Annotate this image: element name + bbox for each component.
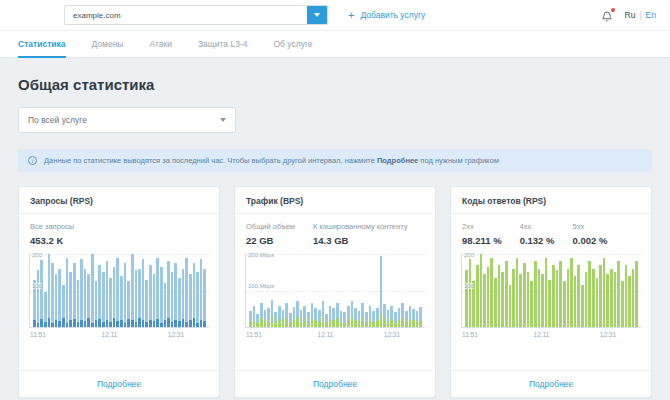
chart-plot-area: 200 100	[461, 254, 641, 328]
tab-attacks[interactable]: Атаки	[149, 31, 171, 58]
response-codes-chart: 200 100 11:51 12:11 12:31	[451, 248, 651, 340]
service-select[interactable]: example.com	[64, 5, 328, 25]
add-service-button[interactable]: + Добавить услугу	[348, 10, 425, 21]
stat-value: 453.2 K	[30, 235, 74, 246]
tab-protection-l3-4[interactable]: Защита L3-4	[198, 31, 248, 58]
details-link[interactable]: Подробнее	[235, 370, 435, 397]
language-switcher: Ru | En	[625, 10, 657, 20]
notification-dot	[611, 8, 615, 12]
scope-select[interactable]: По всей услуге	[18, 107, 236, 133]
card-traffic-bps: Трафик (BPS) Общий объем 22 GB К кэширов…	[234, 186, 436, 398]
stat-label: 5xx	[573, 222, 608, 231]
topbar-right: Ru | En	[601, 9, 657, 22]
x-tick: 11:51	[30, 331, 46, 338]
y-tick: 100	[32, 283, 42, 289]
x-tick: 12:11	[102, 331, 118, 338]
x-tick: 12:31	[168, 331, 184, 338]
x-tick: 12:31	[600, 331, 616, 338]
scope-select-value: По всей услуге	[28, 115, 87, 125]
y-tick: 100 Mbps	[248, 283, 274, 289]
x-tick: 12:11	[318, 331, 334, 338]
details-link[interactable]: Подробнее	[451, 370, 651, 397]
stat-cached-content: К кэшированному контенту 14.3 GB	[313, 222, 407, 246]
chart-plot-area: 200 100	[29, 254, 209, 328]
bar-series	[463, 254, 641, 327]
plus-icon: +	[348, 10, 354, 21]
page-title: Общая статистика	[18, 76, 652, 93]
y-tick: 200	[32, 252, 42, 258]
card-title: Коды ответов (RPS)	[451, 187, 651, 214]
stat-label: 2xx	[462, 222, 502, 231]
stat-5xx: 5xx 0.002 %	[573, 222, 608, 246]
bar-series	[247, 254, 425, 327]
lang-ru[interactable]: Ru	[625, 10, 636, 20]
y-tick: 200 Mbps	[248, 252, 274, 258]
x-axis: 11:51 12:11 12:31	[462, 328, 641, 340]
y-tick: 200	[464, 252, 474, 258]
tab-bar: Статистика Домены Атаки Защита L3-4 Об у…	[0, 30, 670, 58]
x-tick: 12:11	[534, 331, 550, 338]
chevron-down-icon	[314, 13, 320, 17]
x-tick: 12:31	[384, 331, 400, 338]
topbar: example.com + Добавить услугу Ru | En	[0, 0, 670, 30]
stat-value: 0.132 %	[520, 235, 555, 246]
service-select-caret-button[interactable]	[307, 6, 327, 24]
stat-2xx: 2xx 98.211 %	[462, 222, 502, 246]
stat-label: 4xx	[520, 222, 555, 231]
stat-value: 0.002 %	[573, 235, 608, 246]
card-stats: 2xx 98.211 % 4xx 0.132 % 5xx 0.002 %	[451, 214, 651, 248]
x-axis: 11:51 12:11 12:31	[30, 328, 209, 340]
card-stats: Общий объем 22 GB К кэшированному контен…	[235, 214, 435, 248]
bar-series	[31, 254, 209, 327]
stat-4xx: 4xx 0.132 %	[520, 222, 555, 246]
stat-value: 22 GB	[246, 235, 295, 246]
stat-all-requests: Все запросы 453.2 K	[30, 222, 74, 246]
stat-label: Все запросы	[30, 222, 74, 231]
tab-about-service[interactable]: Об услуге	[273, 31, 312, 58]
card-title: Трафик (BPS)	[235, 187, 435, 214]
x-tick: 11:51	[246, 331, 262, 338]
traffic-chart: 200 Mbps 100 Mbps 11:51 12:11 12:31	[235, 248, 435, 340]
card-response-codes-rps: Коды ответов (RPS) 2xx 98.211 % 4xx 0.13…	[450, 186, 652, 398]
stat-value: 98.211 %	[462, 235, 502, 246]
service-select-value: example.com	[65, 11, 307, 20]
stat-label: Общий объем	[246, 222, 295, 231]
x-axis: 11:51 12:11 12:31	[246, 328, 425, 340]
stat-label: К кэшированному контенту	[313, 222, 407, 231]
x-tick: 11:51	[462, 331, 478, 338]
tab-statistics[interactable]: Статистика	[18, 31, 66, 58]
card-title: Запросы (RPS)	[19, 187, 219, 214]
lang-en[interactable]: En	[646, 10, 656, 20]
info-icon: i	[28, 156, 37, 165]
info-banner: i Данные по статистике выводятся за посл…	[18, 149, 652, 172]
lang-separator: |	[639, 10, 641, 20]
stat-value: 14.3 GB	[313, 235, 407, 246]
stat-total-volume: Общий объем 22 GB	[246, 222, 295, 246]
tab-domains[interactable]: Домены	[92, 31, 124, 58]
requests-chart: 200 100 11:51 12:11 12:31	[19, 248, 219, 340]
y-tick: 100	[464, 283, 474, 289]
details-link[interactable]: Подробнее	[19, 370, 219, 397]
card-stats: Все запросы 453.2 K	[19, 214, 219, 248]
stats-cards: Запросы (RPS) Все запросы 453.2 K 200 10…	[18, 186, 652, 398]
chevron-down-icon	[220, 118, 226, 122]
card-requests-rps: Запросы (RPS) Все запросы 453.2 K 200 10…	[18, 186, 220, 398]
info-banner-text: Данные по статистике выводятся за послед…	[44, 156, 499, 165]
chart-plot-area: 200 Mbps 100 Mbps	[245, 254, 425, 328]
main-content: Общая статистика По всей услуге i Данные…	[0, 76, 670, 398]
add-service-label: Добавить услугу	[360, 10, 425, 20]
notifications-bell-icon[interactable]	[601, 9, 613, 22]
